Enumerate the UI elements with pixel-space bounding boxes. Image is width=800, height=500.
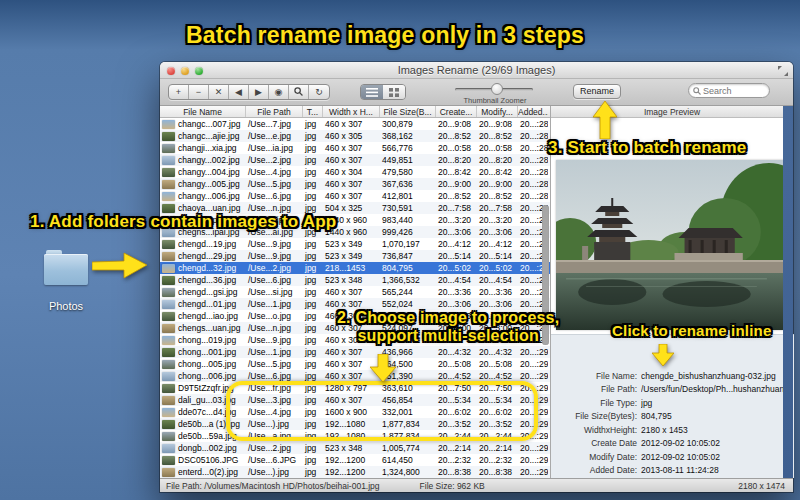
table-header[interactable]: File NameFile PathT...Width x H...File S…: [160, 106, 550, 118]
cell-dims: 460 x 304: [323, 166, 380, 178]
fullscreen-icon[interactable]: [778, 66, 788, 76]
table-row[interactable]: chengd...32.jpg/Use...2.jpgjpg218...1453…: [160, 262, 550, 274]
cell-name: changy...004.jpg: [176, 166, 246, 178]
info-value[interactable]: 2013-08-11 11:24:28: [641, 465, 791, 475]
table-row[interactable]: chong...005.jpg/Use...5.jpgjpg460 x 3073…: [160, 358, 550, 370]
cell-added: 20...:29: [518, 454, 548, 466]
column-header[interactable]: T...: [303, 106, 323, 117]
info-label: File Path:: [551, 384, 641, 394]
title-bar[interactable]: Images Rename (29/69 Images): [160, 62, 793, 79]
arrow-right-icon: [92, 252, 148, 280]
cell-create: 20...2:14: [436, 442, 477, 454]
search-field[interactable]: [688, 83, 770, 98]
info-value[interactable]: 2012-09-02 10:05:02: [641, 438, 791, 448]
cell-modify: 20...8:52: [477, 130, 518, 142]
cell-modify: 20...0:58: [477, 142, 518, 154]
cell-name: chong...001.jpg: [176, 346, 246, 358]
list-view-button[interactable]: [361, 85, 383, 99]
table-row[interactable]: chengd...29.jpg/Use...9.jpgjpg523 x 3497…: [160, 250, 550, 262]
cell-modify: 20...7:58: [477, 202, 518, 214]
back-button[interactable]: ◀: [229, 85, 249, 99]
cell-size: 730,591: [380, 202, 436, 214]
forward-button[interactable]: ▶: [249, 85, 269, 99]
column-header[interactable]: Modify...: [477, 106, 518, 117]
column-header[interactable]: File Size(B...: [380, 106, 436, 117]
cell-dims: 523 x 349: [323, 238, 380, 250]
info-value[interactable]: /Users/fun/Desktop/Ph...hushanzhuang-032…: [641, 384, 791, 394]
info-row: File Type:jpg: [551, 396, 794, 410]
table-row[interactable]: changc...ajie.jpg/Use...e.jpgjpg460 x 30…: [160, 130, 550, 142]
search-input[interactable]: [703, 86, 763, 96]
cell-modify: 20...4:12: [477, 238, 518, 250]
table-row[interactable]: DSC05106.JPG/Use...6.JPGjpg192...1200614…: [160, 454, 550, 466]
table-row[interactable]: changc...007.jpg/Use...7.jpgjpg460 x 307…: [160, 118, 550, 130]
arrow-down-inline-icon: [652, 344, 674, 366]
thumbnail-cell: [160, 372, 176, 381]
cell-dims: 192...1200: [323, 466, 380, 478]
photos-folder-icon[interactable]: [44, 250, 88, 286]
table-row[interactable]: changy...006.jpg/Use...6.jpgjpg460 x 307…: [160, 190, 550, 202]
table-row[interactable]: dongb...002.jpg/Use...2.jpgjpg523 x 3481…: [160, 442, 550, 454]
cell-size: 368,162: [380, 130, 436, 142]
column-header[interactable]: Added...: [518, 106, 548, 117]
cell-size: 999,426: [380, 226, 436, 238]
cell-size: 1,070,197: [380, 238, 436, 250]
refresh-button[interactable]: ↻: [309, 85, 329, 99]
magnifier-button[interactable]: [289, 85, 309, 99]
view-mode-toggle: [360, 84, 406, 100]
table-row[interactable]: changy...005.jpg/Use...5.jpgjpg460 x 307…: [160, 178, 550, 190]
column-header[interactable]: File Path: [246, 106, 303, 117]
slider-knob[interactable]: [491, 83, 503, 95]
photo-thumbnail-icon: [162, 348, 175, 357]
cell-modify: 20...2:14: [477, 442, 518, 454]
column-header[interactable]: Width x H...: [323, 106, 380, 117]
cell-size: 412,801: [380, 190, 436, 202]
thumbnail-cell: [160, 420, 176, 429]
table-row[interactable]: enterd...0(2).jpg/Use...).jpgjpg192...12…: [160, 466, 550, 478]
cell-modify: 20...9:00: [477, 178, 518, 190]
cell-size: 479,580: [380, 166, 436, 178]
cell-create: 20...5:08: [436, 358, 477, 370]
thumbnail-zoomer-slider[interactable]: [455, 88, 533, 91]
table-row[interactable]: chong...001.jpg/Use...1.jpgjpg460 x 3074…: [160, 346, 550, 358]
info-value[interactable]: jpg: [641, 398, 791, 408]
column-header[interactable]: File Name: [160, 106, 246, 117]
table-row[interactable]: changy...002.jpg/Use...2.jpgjpg460 x 307…: [160, 154, 550, 166]
delete-button[interactable]: ✕: [209, 85, 229, 99]
cell-size: 614,450: [380, 454, 436, 466]
table-row[interactable]: chengd...19.jpg/Use...9.jpgjpg523 x 3491…: [160, 238, 550, 250]
annotation-rename-inline: Click to rename inline: [612, 322, 771, 339]
cell-create: 20...8:52: [436, 190, 477, 202]
cell-create: 20...5:14: [436, 250, 477, 262]
grid-view-icon: [389, 88, 399, 97]
info-value[interactable]: 804,795: [641, 411, 791, 421]
cell-added: 20...:28: [518, 154, 548, 166]
cell-size: 566,776: [380, 142, 436, 154]
info-value[interactable]: 2012-09-02 10:05:02: [641, 452, 791, 462]
cell-modify: 20...3:36: [477, 286, 518, 298]
preview-eye-button[interactable]: ◉: [269, 85, 289, 99]
rename-button[interactable]: Rename: [573, 84, 621, 99]
photo-thumbnail-icon: [162, 420, 175, 429]
add-button[interactable]: +: [169, 85, 189, 99]
cell-name: chong...019.jpg: [176, 334, 246, 346]
table-row[interactable]: chengd...36.jpg/Use...6.jpgjpg523 x 3481…: [160, 274, 550, 286]
cell-size: 367,636: [380, 178, 436, 190]
cell-modify: 20...3:06: [477, 226, 518, 238]
info-value[interactable]: 2180 x 1453: [641, 425, 791, 435]
cell-modify: 20...2:32: [477, 454, 518, 466]
table-row[interactable]: chengd...gsi.jpg/Use...si.jpgjpg460 x 30…: [160, 286, 550, 298]
table-row[interactable]: changy...004.jpg/Use...4.jpgjpg460 x 304…: [160, 166, 550, 178]
column-header[interactable]: Create...: [436, 106, 477, 117]
info-value[interactable]: chengde_bishushanzhuang-032.jpg: [641, 371, 791, 381]
table-row[interactable]: changji...xia.jpg/Use...ia.jpgjpg460 x 3…: [160, 142, 550, 154]
status-file-path: File Path: /Volumes/Macintosh HD/Photos/…: [166, 481, 380, 491]
thumbnail-cell: [160, 396, 176, 405]
cell-dims: 218...1453: [323, 262, 380, 274]
segmented-control: +−✕◀▶◉↻: [168, 84, 330, 100]
remove-button[interactable]: −: [189, 85, 209, 99]
thumbnail-cell: [160, 156, 176, 165]
cell-size: 804,795: [380, 262, 436, 274]
cell-added: 20...:28: [518, 142, 548, 154]
grid-view-button[interactable]: [383, 85, 405, 99]
